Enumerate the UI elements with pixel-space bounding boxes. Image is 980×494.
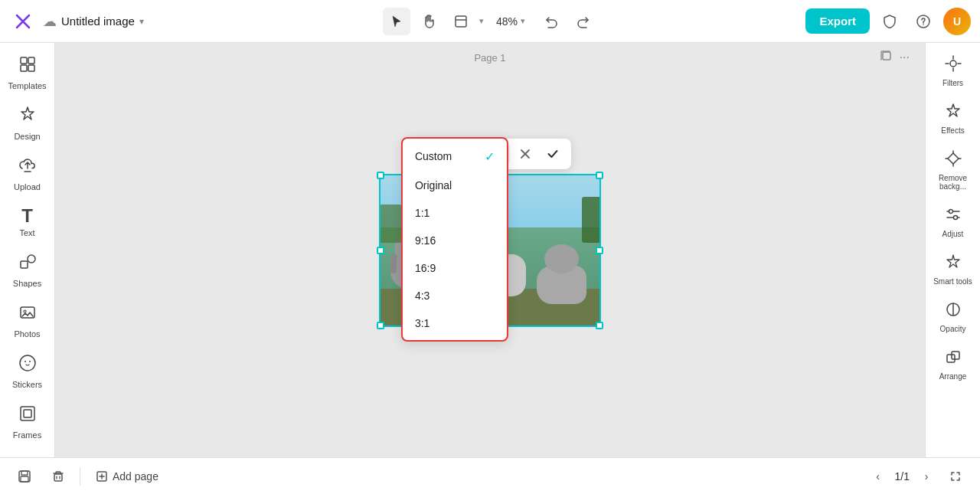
topbar: ☁ Untitled image ▾ ▾ 48% ▾ [0, 0, 980, 43]
right-panel-filters[interactable]: Filters [929, 49, 978, 93]
zoom-arrow: ▾ [521, 16, 525, 26]
photos-icon [18, 303, 37, 326]
svg-rect-36 [952, 352, 959, 359]
sidebar-item-stickers[interactable]: Stickers [3, 348, 52, 395]
resize-handle-bl[interactable] [377, 322, 384, 329]
topbar-right: Export U [805, 8, 971, 35]
arrange-label: Arrange [939, 372, 967, 381]
canvas-content: Custom ▲ [379, 174, 601, 327]
text-label: Text [19, 228, 34, 237]
right-panel-adjust[interactable]: Adjust [929, 200, 978, 244]
add-page-label: Add page [113, 470, 158, 483]
expand-button[interactable] [943, 464, 968, 489]
save-button[interactable] [12, 464, 37, 489]
text-icon: T [21, 207, 33, 225]
undo-button[interactable] [537, 8, 565, 35]
left-sidebar: Templates Design Upload T Text [0, 43, 55, 457]
help-button[interactable] [910, 8, 937, 35]
resize-handle-br[interactable] [596, 322, 603, 329]
page-navigation: ‹ 1/1 › [867, 464, 968, 489]
layout-button[interactable] [447, 8, 475, 35]
svg-rect-35 [947, 355, 955, 362]
crop-confirm-button[interactable] [541, 142, 565, 166]
select-tool-button[interactable] [383, 8, 410, 35]
shield-button[interactable] [876, 8, 903, 35]
title-dropdown-icon[interactable]: ▾ [139, 16, 144, 27]
sidebar-item-photos[interactable]: Photos [3, 297, 52, 345]
dropdown-item-4-3[interactable]: 4:3 [403, 282, 507, 309]
sidebar-item-templates[interactable]: Templates [3, 49, 52, 97]
page-label: Page 1 [474, 52, 505, 64]
svg-rect-7 [28, 57, 34, 64]
frames-icon [18, 404, 37, 427]
dropdown-item-1-1-label: 1:1 [415, 207, 430, 219]
remove-bg-label: Remove backg... [932, 174, 975, 191]
page-prev-button[interactable]: ‹ [867, 466, 889, 487]
right-panel-arrange[interactable]: Arrange [929, 342, 978, 387]
smart-tools-icon [945, 254, 962, 274]
right-panel-smart-tools[interactable]: Smart tools [929, 247, 978, 292]
user-avatar[interactable]: U [943, 8, 971, 35]
effects-label: Effects [941, 126, 964, 135]
dropdown-item-3-1-label: 3:1 [415, 317, 430, 329]
svg-point-11 [28, 255, 35, 263]
sidebar-item-frames[interactable]: Frames [3, 398, 52, 446]
redo-button[interactable] [570, 8, 597, 35]
dropdown-item-16-9[interactable]: 16:9 [403, 254, 507, 282]
shapes-label: Shapes [13, 279, 41, 288]
document-title[interactable]: Untitled image [61, 15, 135, 28]
right-panel-remove-bg[interactable]: Remove backg... [929, 144, 978, 197]
crop-close-button[interactable] [513, 142, 537, 166]
shapes-icon [18, 253, 37, 276]
resize-handle-ml[interactable] [377, 247, 384, 254]
sidebar-item-text[interactable]: T Text [3, 201, 52, 244]
delete-button[interactable] [46, 464, 70, 489]
templates-icon [18, 55, 37, 78]
svg-rect-17 [24, 410, 31, 417]
app-logo[interactable] [9, 8, 37, 35]
svg-point-32 [949, 210, 952, 214]
sidebar-item-design[interactable]: Design [3, 100, 52, 147]
svg-rect-16 [21, 407, 34, 420]
dropdown-item-original[interactable]: Original [403, 172, 507, 199]
zoom-button[interactable]: 48% ▾ [488, 11, 533, 32]
smart-tools-label: Smart tools [933, 277, 972, 286]
add-page-button[interactable]: Add page [90, 467, 165, 486]
resize-handle-tr[interactable] [596, 172, 603, 179]
frames-label: Frames [13, 430, 41, 440]
svg-rect-6 [21, 57, 27, 64]
resize-handle-mr[interactable] [596, 247, 603, 254]
dropdown-item-9-16[interactable]: 9:16 [403, 227, 507, 254]
page-next-button[interactable]: › [916, 466, 937, 487]
svg-rect-39 [21, 476, 28, 482]
dropdown-item-custom[interactable]: Custom ✓ [403, 142, 507, 172]
arrange-icon [945, 348, 962, 369]
adjust-icon [945, 206, 962, 227]
hand-tool-button[interactable] [415, 8, 443, 35]
sidebar-item-upload[interactable]: Upload [3, 150, 52, 198]
export-button[interactable]: Export [805, 8, 870, 34]
more-options-icon[interactable]: ··· [900, 51, 910, 64]
dropdown-item-9-16-label: 9:16 [415, 234, 436, 247]
layout-arrow[interactable]: ▾ [479, 16, 484, 26]
page-icons: ··· [880, 49, 910, 66]
dropdown-item-3-1[interactable]: 3:1 [403, 309, 507, 337]
dropdown-item-original-label: Original [415, 179, 452, 191]
right-panel-opacity[interactable]: Opacity [929, 295, 978, 339]
duplicate-page-icon[interactable] [880, 49, 893, 66]
image-container[interactable]: Custom ▲ [379, 174, 601, 327]
svg-rect-22 [883, 52, 890, 60]
sidebar-item-shapes[interactable]: Shapes [3, 247, 52, 294]
svg-rect-2 [456, 16, 466, 27]
svg-point-14 [24, 361, 26, 362]
resize-handle-tl[interactable] [377, 172, 384, 179]
svg-point-25 [950, 61, 956, 67]
cloud-icon: ☁ [43, 13, 57, 30]
right-panel-effects[interactable]: Effects [929, 97, 978, 141]
page-counter: 1/1 [895, 470, 910, 483]
stickers-label: Stickers [12, 380, 42, 389]
dropdown-check-icon: ✓ [485, 149, 495, 164]
dropdown-item-1-1[interactable]: 1:1 [403, 199, 507, 227]
svg-rect-9 [28, 65, 34, 71]
adjust-label: Adjust [942, 230, 964, 238]
